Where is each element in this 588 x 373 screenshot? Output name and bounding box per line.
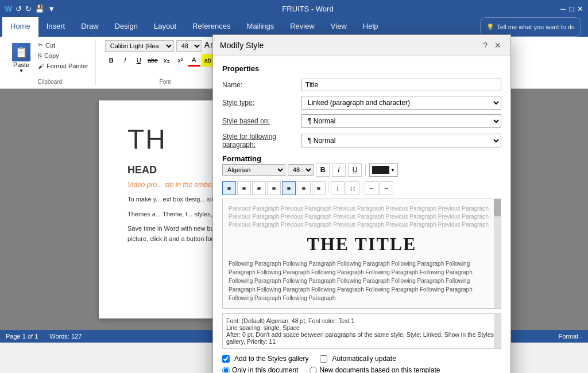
word-count: Words: 127	[49, 333, 82, 340]
tab-help[interactable]: Help	[355, 17, 386, 37]
title-bar: W ↺ ↻ 💾 ▼ FRUITS - Word ─ □ ✕	[0, 0, 588, 17]
toolbar-separator-1	[365, 164, 366, 176]
copy-icon: ⎘	[38, 52, 42, 59]
app-title: FRUITS - Word	[282, 5, 333, 13]
tell-me-bar[interactable]: 💡 Tell me what you want to do	[480, 17, 581, 37]
tab-insert[interactable]: Insert	[38, 17, 74, 37]
paste-label: Paste	[13, 61, 29, 68]
customize-btn[interactable]: ▼	[48, 5, 55, 13]
format-painter-button[interactable]: 🖌 Format Painter	[36, 61, 91, 71]
copy-button[interactable]: ⎘ Copy	[36, 51, 91, 60]
color-dropdown-icon: ▼	[390, 168, 395, 173]
cut-button[interactable]: ✂ Cut	[36, 40, 91, 50]
dialog-close-btn[interactable]: ✕	[492, 40, 504, 51]
font-size-select[interactable]: 48	[176, 40, 202, 52]
font-color-btn[interactable]: ▼	[369, 163, 398, 177]
minimize-btn[interactable]: ─	[560, 5, 566, 13]
decrease-indent-btn[interactable]: ←	[365, 181, 378, 195]
clipboard-group: 📋 Paste ▼ ✂ Cut ⎘ Copy 🖌 Format Painter	[5, 39, 96, 86]
style-following-label: Style for following paragraph:	[222, 133, 297, 149]
page-info: Page 1 of 1	[6, 333, 38, 340]
name-row: Name:	[222, 79, 501, 91]
redo-btn[interactable]: ↻	[25, 5, 32, 13]
word-icon: W	[5, 4, 12, 13]
italic-fmt-btn[interactable]: I	[332, 163, 346, 177]
paste-icon: 📋	[12, 43, 30, 61]
preview-scrollbar-thumb	[494, 199, 501, 216]
align-justify-btn[interactable]: ≡	[267, 181, 281, 195]
tab-mailings[interactable]: Mailings	[239, 17, 283, 37]
lightbulb-icon: 💡	[486, 24, 494, 31]
underline-button[interactable]: U	[133, 54, 145, 67]
tab-draw[interactable]: Draw	[73, 17, 106, 37]
save-btn[interactable]: 💾	[35, 5, 44, 13]
text-color-button[interactable]: A	[188, 54, 200, 67]
clipboard-small-buttons: ✂ Cut ⎘ Copy 🖌 Format Painter	[36, 40, 91, 71]
tell-me-text: Tell me what you want to do	[497, 24, 575, 30]
align-center-btn[interactable]: ≡	[237, 181, 251, 195]
style-based-select[interactable]: ¶ Normal	[301, 114, 501, 128]
maximize-btn[interactable]: □	[569, 5, 574, 13]
superscript-button[interactable]: x²	[174, 54, 187, 67]
font-selector-row: Calibri Light (Hea 48 A↑ A↓	[105, 40, 226, 52]
clipboard-group-content: 📋 Paste ▼ ✂ Cut ⎘ Copy 🖌 Format Painter	[9, 40, 91, 76]
tab-review[interactable]: Review	[282, 17, 323, 37]
cut-icon: ✂	[38, 41, 43, 49]
dialog-help-btn[interactable]: ?	[483, 41, 488, 50]
increase-indent-btn[interactable]: →	[380, 181, 393, 195]
bold-button[interactable]: B	[105, 54, 118, 67]
formatting-section: Formatting Algerian 48 B I U ▼ ≡	[222, 154, 501, 343]
name-input[interactable]	[301, 79, 501, 91]
style-description-box: Font: (Default) Algerian, 48 pt, Font co…	[222, 313, 501, 343]
style-type-select[interactable]: Linked (paragraph and character)	[301, 96, 501, 110]
cut-label: Cut	[45, 42, 55, 49]
font-format-buttons: B I U abc x₂ x² A ab	[105, 54, 226, 67]
dialog-body: Properties Name: Style type: Linked (par…	[213, 56, 510, 343]
style-type-label: Style type:	[222, 99, 297, 107]
subscript-button[interactable]: x₂	[160, 54, 173, 67]
dialog-titlebar: Modify Style ? ✕	[213, 35, 510, 56]
align-distributed-btn[interactable]: ≡	[282, 181, 296, 195]
italic-button[interactable]: I	[119, 54, 131, 67]
font-name-dropdown[interactable]: Algerian	[222, 164, 285, 176]
dialog-controls: ? ✕	[483, 40, 504, 51]
para-spacing-btn[interactable]: ↕↕	[346, 181, 359, 195]
tab-home[interactable]: Home	[2, 17, 38, 37]
align-right-btn[interactable]: ≡	[252, 181, 266, 195]
preview-title-display: THE TITLE	[229, 234, 495, 255]
format-label: Format -	[558, 333, 582, 340]
paste-button[interactable]: 📋 Paste ▼	[9, 40, 33, 76]
underline-fmt-btn[interactable]: U	[348, 163, 362, 177]
align-left-btn[interactable]: ≡	[222, 181, 236, 195]
bold-fmt-btn[interactable]: B	[316, 163, 330, 177]
close-btn[interactable]: ✕	[577, 5, 583, 13]
undo-btn[interactable]: ↺	[16, 5, 22, 13]
tab-view[interactable]: View	[323, 17, 355, 37]
window-controls: ─ □ ✕	[560, 5, 583, 13]
line-spacing-btn[interactable]: ↕	[331, 181, 345, 195]
tab-references[interactable]: References	[184, 17, 238, 37]
formatting-toolbar: Algerian 48 B I U ▼	[222, 163, 501, 177]
align-separator	[328, 181, 328, 193]
desc-scrollbar[interactable]	[494, 314, 501, 343]
preview-previous-text: Previous Paragraph Previous Paragraph Pr…	[229, 205, 495, 229]
style-following-select[interactable]: ¶ Normal	[301, 134, 501, 147]
dialog-title: Modify Style	[220, 41, 264, 50]
format-painter-icon: 🖌	[38, 63, 44, 69]
title-bar-left: W ↺ ↻ 💾 ▼	[5, 4, 55, 13]
tab-design[interactable]: Design	[107, 17, 146, 37]
align-chinese-btn[interactable]: ≡	[297, 181, 311, 195]
modify-style-dialog: Modify Style ? ✕ Properties Name: Style …	[212, 34, 511, 343]
align-misc-btn[interactable]: ≡	[312, 181, 326, 195]
style-based-row: Style based on: ¶ Normal	[222, 114, 501, 128]
properties-section-title: Properties	[222, 64, 501, 73]
style-following-row: Style for following paragraph: ¶ Normal	[222, 133, 501, 149]
clipboard-group-label: Clipboard	[37, 76, 62, 85]
ribbon-tabs: Home Insert Draw Design Layout Reference…	[0, 17, 588, 37]
font-size-dropdown[interactable]: 48	[288, 164, 314, 176]
strikethrough-button[interactable]: abc	[146, 54, 159, 67]
font-name-select[interactable]: Calibri Light (Hea	[105, 40, 174, 52]
tab-layout[interactable]: Layout	[146, 17, 184, 37]
color-swatch	[372, 166, 389, 174]
preview-scrollbar[interactable]	[494, 199, 501, 308]
